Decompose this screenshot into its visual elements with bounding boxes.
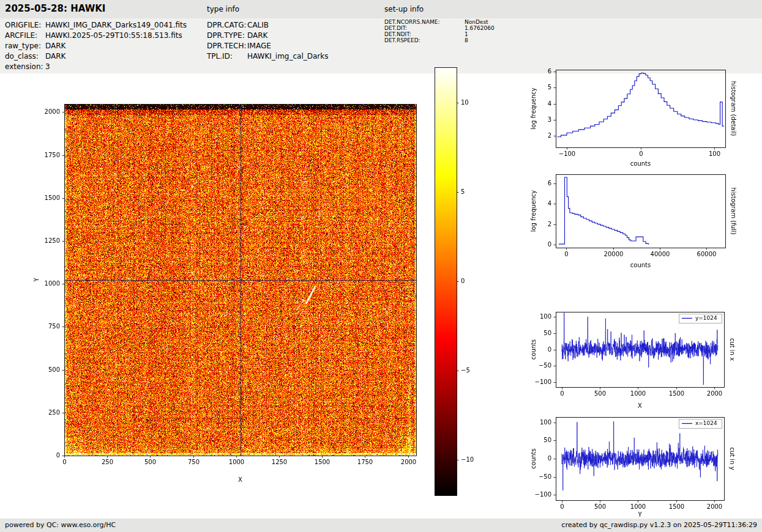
meta-label-det-ndit: DET.NDIT: xyxy=(384,31,465,37)
meta-label-dpr-tech: DPR.TECH: xyxy=(207,41,247,51)
meta-row-tpl-id: TPL.ID:HAWKI_img_cal_Darks xyxy=(207,51,329,62)
setup-info-heading: set-up info xyxy=(384,5,424,13)
colorbar xyxy=(425,61,493,501)
cut-in-y-plot xyxy=(517,409,762,528)
histogram-detail-plot xyxy=(517,61,762,174)
meta-label-origfile: ORIGFILE: xyxy=(5,20,45,31)
setup-info-column: DET.NCORRS.NAME:NonDest DET.DIT:1.676206… xyxy=(384,19,495,43)
header-bar: 2025-05-28: HAWKI type info set-up info xyxy=(0,0,762,18)
meta-value-dpr-tech: IMAGE xyxy=(247,42,271,50)
meta-value-raw-type: DARK xyxy=(45,42,65,50)
meta-label-tpl-id: TPL.ID: xyxy=(207,51,247,62)
meta-row-dpr-catg: DPR.CATG:CALIB xyxy=(207,20,329,31)
footer-powered-by: powered by QC: www.eso.org/HC xyxy=(5,521,116,529)
footer-created-by: created by qc_rawdisp.py v1.2.3 on 2025-… xyxy=(561,521,757,529)
meta-value-dpr-type: DARK xyxy=(247,31,267,40)
meta-row-det-rspeed: DET.RSPEED:8 xyxy=(384,37,495,43)
cut-in-x-plot xyxy=(517,304,762,417)
meta-value-tpl-id: HAWKI_img_cal_Darks xyxy=(247,52,329,61)
file-metadata-column: ORIGFILE:HAWKI_IMG_DARK_Darks149_0041.fi… xyxy=(5,20,187,72)
meta-value-origfile: HAWKI_IMG_DARK_Darks149_0041.fits xyxy=(45,21,187,29)
meta-row-do-class: do_class:DARK xyxy=(5,51,187,62)
histogram-full-plot xyxy=(517,166,762,283)
meta-label-do-class: do_class: xyxy=(5,51,45,62)
meta-label-raw-type: raw_type: xyxy=(5,41,45,51)
meta-row-dpr-type: DPR.TYPE:DARK xyxy=(207,31,329,41)
meta-row-extension: extension:3 xyxy=(5,62,187,72)
meta-value-det-ncorrs: NonDest xyxy=(465,19,488,25)
footer-bar: powered by QC: www.eso.org/HC created by… xyxy=(0,519,762,532)
type-info-column: DPR.CATG:CALIB DPR.TYPE:DARK DPR.TECH:IM… xyxy=(207,20,329,62)
meta-row-det-ndit: DET.NDIT:1 xyxy=(384,31,495,37)
meta-row-det-ncorrs: DET.NCORRS.NAME:NonDest xyxy=(384,19,495,25)
meta-label-det-dit: DET.DIT: xyxy=(384,25,465,31)
meta-row-origfile: ORIGFILE:HAWKI_IMG_DARK_Darks149_0041.fi… xyxy=(5,20,187,31)
meta-row-arcfile: ARCFILE:HAWKI.2025-05-29T10:55:18.513.fi… xyxy=(5,31,187,41)
meta-value-arcfile: HAWKI.2025-05-29T10:55:18.513.fits xyxy=(45,31,182,40)
meta-label-arcfile: ARCFILE: xyxy=(5,31,45,41)
type-info-heading: type info xyxy=(207,5,239,13)
meta-value-det-dit: 1.6762060 xyxy=(465,25,495,31)
meta-label-dpr-catg: DPR.CATG: xyxy=(207,20,247,31)
meta-label-extension: extension: xyxy=(5,62,45,72)
meta-value-extension: 3 xyxy=(45,62,50,71)
meta-value-det-rspeed: 8 xyxy=(465,37,468,43)
meta-value-dpr-catg: CALIB xyxy=(247,21,269,29)
meta-label-det-rspeed: DET.RSPEED: xyxy=(384,37,465,43)
page-title: 2025-05-28: HAWKI xyxy=(5,3,105,14)
meta-row-dpr-tech: DPR.TECH:IMAGE xyxy=(207,41,329,51)
meta-row-raw-type: raw_type:DARK xyxy=(5,41,187,51)
meta-row-det-dit: DET.DIT:1.6762060 xyxy=(384,25,495,31)
meta-value-det-ndit: 1 xyxy=(465,31,468,37)
detector-image-plot xyxy=(15,73,444,489)
meta-value-do-class: DARK xyxy=(45,52,65,61)
meta-label-det-ncorrs: DET.NCORRS.NAME: xyxy=(384,19,465,25)
meta-label-dpr-type: DPR.TYPE: xyxy=(207,31,247,41)
